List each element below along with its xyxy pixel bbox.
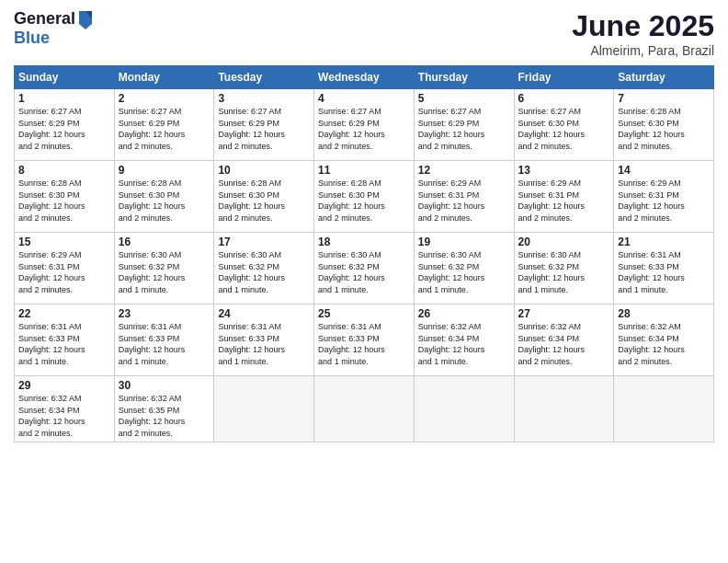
table-row: 9Sunrise: 6:28 AMSunset: 6:30 PMDaylight…: [114, 161, 214, 233]
col-friday: Friday: [514, 66, 614, 89]
table-row: 22Sunrise: 6:31 AMSunset: 6:33 PMDayligh…: [15, 304, 115, 376]
day-number: 26: [418, 307, 510, 320]
logo-blue: Blue: [14, 29, 94, 48]
day-info: Sunrise: 6:32 AMSunset: 6:34 PMDaylight:…: [618, 321, 710, 367]
day-number: 8: [18, 164, 110, 177]
day-info: Sunrise: 6:32 AMSunset: 6:34 PMDaylight:…: [518, 321, 610, 367]
col-sunday: Sunday: [15, 66, 115, 89]
day-number: 16: [119, 236, 210, 248]
table-row: [514, 376, 614, 442]
day-number: 1: [18, 92, 110, 105]
table-row: 11Sunrise: 6:28 AMSunset: 6:30 PMDayligh…: [314, 161, 415, 233]
day-number: 15: [18, 236, 110, 248]
day-info: Sunrise: 6:31 AMSunset: 6:33 PMDaylight:…: [218, 321, 310, 367]
day-info: Sunrise: 6:31 AMSunset: 6:33 PMDaylight:…: [318, 321, 410, 367]
day-number: 22: [18, 307, 110, 320]
table-row: 20Sunrise: 6:30 AMSunset: 6:32 PMDayligh…: [514, 233, 614, 304]
day-number: 4: [318, 92, 410, 105]
day-number: 19: [418, 236, 510, 248]
title-block: June 2025 Almeirim, Para, Brazil: [572, 9, 714, 58]
day-number: 12: [418, 164, 510, 177]
table-row: 29Sunrise: 6:32 AMSunset: 6:34 PMDayligh…: [15, 376, 115, 442]
logo-text: General Blue: [14, 9, 94, 48]
day-info: Sunrise: 6:31 AMSunset: 6:33 PMDaylight:…: [18, 321, 110, 367]
table-row: 7Sunrise: 6:28 AMSunset: 6:30 PMDaylight…: [614, 89, 714, 161]
calendar: Sunday Monday Tuesday Wednesday Thursday…: [14, 65, 714, 442]
day-number: 29: [18, 379, 110, 392]
table-row: 24Sunrise: 6:31 AMSunset: 6:33 PMDayligh…: [214, 304, 314, 376]
day-info: Sunrise: 6:29 AMSunset: 6:31 PMDaylight:…: [418, 178, 510, 224]
day-number: 10: [218, 164, 310, 177]
table-row: 18Sunrise: 6:30 AMSunset: 6:32 PMDayligh…: [314, 233, 415, 304]
table-row: 14Sunrise: 6:29 AMSunset: 6:31 PMDayligh…: [614, 161, 714, 233]
day-number: 25: [318, 307, 410, 320]
day-number: 18: [318, 236, 410, 248]
day-info: Sunrise: 6:27 AMSunset: 6:29 PMDaylight:…: [318, 106, 410, 152]
table-row: 12Sunrise: 6:29 AMSunset: 6:31 PMDayligh…: [414, 161, 514, 233]
day-number: 14: [618, 164, 710, 177]
day-info: Sunrise: 6:32 AMSunset: 6:34 PMDaylight:…: [18, 393, 110, 439]
day-info: Sunrise: 6:29 AMSunset: 6:31 PMDaylight:…: [618, 178, 710, 224]
header: General Blue June 2025 Almeirim, Para, B…: [14, 9, 714, 58]
day-number: 28: [618, 307, 710, 320]
day-info: Sunrise: 6:28 AMSunset: 6:30 PMDaylight:…: [18, 178, 110, 224]
day-number: 30: [119, 379, 210, 392]
day-number: 7: [618, 92, 710, 105]
day-number: 20: [518, 236, 610, 248]
col-monday: Monday: [114, 66, 214, 89]
calendar-header-row: Sunday Monday Tuesday Wednesday Thursday…: [15, 66, 714, 89]
day-number: 6: [518, 92, 610, 105]
table-row: 8Sunrise: 6:28 AMSunset: 6:30 PMDaylight…: [15, 161, 115, 233]
day-info: Sunrise: 6:30 AMSunset: 6:32 PMDaylight:…: [318, 249, 410, 295]
day-number: 23: [119, 307, 210, 320]
day-info: Sunrise: 6:32 AMSunset: 6:34 PMDaylight:…: [418, 321, 510, 367]
day-info: Sunrise: 6:30 AMSunset: 6:32 PMDaylight:…: [119, 249, 210, 295]
table-row: [414, 376, 514, 442]
table-row: 13Sunrise: 6:29 AMSunset: 6:31 PMDayligh…: [514, 161, 614, 233]
logo-general: General: [14, 10, 75, 29]
day-info: Sunrise: 6:28 AMSunset: 6:30 PMDaylight:…: [119, 178, 210, 224]
day-number: 27: [518, 307, 610, 320]
day-number: 21: [618, 236, 710, 248]
day-info: Sunrise: 6:28 AMSunset: 6:30 PMDaylight:…: [618, 106, 710, 152]
table-row: 17Sunrise: 6:30 AMSunset: 6:32 PMDayligh…: [214, 233, 314, 304]
day-info: Sunrise: 6:29 AMSunset: 6:31 PMDaylight:…: [18, 249, 110, 295]
day-number: 9: [119, 164, 210, 177]
col-saturday: Saturday: [614, 66, 714, 89]
table-row: 1Sunrise: 6:27 AMSunset: 6:29 PMDaylight…: [15, 89, 115, 161]
day-info: Sunrise: 6:29 AMSunset: 6:31 PMDaylight:…: [518, 178, 610, 224]
day-info: Sunrise: 6:28 AMSunset: 6:30 PMDaylight:…: [218, 178, 310, 224]
table-row: 28Sunrise: 6:32 AMSunset: 6:34 PMDayligh…: [614, 304, 714, 376]
table-row: 3Sunrise: 6:27 AMSunset: 6:29 PMDaylight…: [214, 89, 314, 161]
day-number: 11: [318, 164, 410, 177]
day-info: Sunrise: 6:27 AMSunset: 6:29 PMDaylight:…: [119, 106, 210, 152]
col-wednesday: Wednesday: [314, 66, 415, 89]
logo: General Blue: [14, 9, 94, 48]
day-info: Sunrise: 6:27 AMSunset: 6:30 PMDaylight:…: [518, 106, 610, 152]
table-row: 19Sunrise: 6:30 AMSunset: 6:32 PMDayligh…: [414, 233, 514, 304]
table-row: 4Sunrise: 6:27 AMSunset: 6:29 PMDaylight…: [314, 89, 415, 161]
day-info: Sunrise: 6:27 AMSunset: 6:29 PMDaylight:…: [218, 106, 310, 152]
day-info: Sunrise: 6:31 AMSunset: 6:33 PMDaylight:…: [618, 249, 710, 295]
day-number: 2: [119, 92, 210, 105]
table-row: 6Sunrise: 6:27 AMSunset: 6:30 PMDaylight…: [514, 89, 614, 161]
col-tuesday: Tuesday: [214, 66, 314, 89]
day-info: Sunrise: 6:32 AMSunset: 6:35 PMDaylight:…: [119, 393, 210, 439]
table-row: 21Sunrise: 6:31 AMSunset: 6:33 PMDayligh…: [614, 233, 714, 304]
title-month: June 2025: [572, 9, 714, 43]
day-info: Sunrise: 6:30 AMSunset: 6:32 PMDaylight:…: [218, 249, 310, 295]
logo-icon: [77, 9, 94, 29]
day-info: Sunrise: 6:27 AMSunset: 6:29 PMDaylight:…: [18, 106, 110, 152]
col-thursday: Thursday: [414, 66, 514, 89]
table-row: 30Sunrise: 6:32 AMSunset: 6:35 PMDayligh…: [114, 376, 214, 442]
day-number: 13: [518, 164, 610, 177]
day-number: 17: [218, 236, 310, 248]
table-row: 10Sunrise: 6:28 AMSunset: 6:30 PMDayligh…: [214, 161, 314, 233]
day-info: Sunrise: 6:28 AMSunset: 6:30 PMDaylight:…: [318, 178, 410, 224]
day-number: 5: [418, 92, 510, 105]
table-row: 5Sunrise: 6:27 AMSunset: 6:29 PMDaylight…: [414, 89, 514, 161]
table-row: 27Sunrise: 6:32 AMSunset: 6:34 PMDayligh…: [514, 304, 614, 376]
table-row: [214, 376, 314, 442]
table-row: 15Sunrise: 6:29 AMSunset: 6:31 PMDayligh…: [15, 233, 115, 304]
day-info: Sunrise: 6:30 AMSunset: 6:32 PMDaylight:…: [518, 249, 610, 295]
